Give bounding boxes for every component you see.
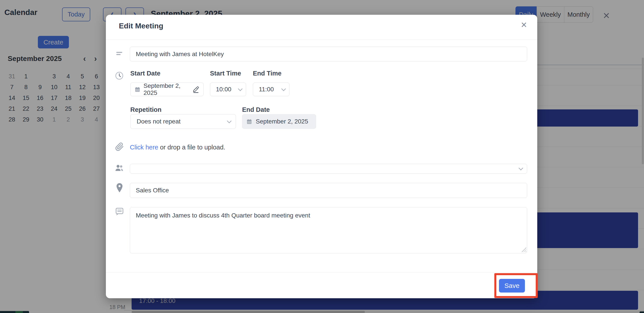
- end-time-label: End Time: [253, 70, 282, 77]
- chevron-down-icon: [281, 86, 286, 91]
- paperclip-icon: [115, 142, 124, 152]
- upload-click-here-link[interactable]: Click here: [130, 144, 158, 151]
- start-date-value: September 2, 2025: [144, 82, 189, 96]
- end-date-label: End Date: [242, 106, 270, 113]
- description-textarea[interactable]: Meeting with James to discuss 4th Quarte…: [130, 207, 527, 253]
- start-date-field[interactable]: September 2, 2025: [130, 82, 204, 96]
- event-title-input[interactable]: [130, 47, 527, 62]
- save-button[interactable]: Save: [499, 279, 525, 292]
- location-input[interactable]: [130, 183, 527, 198]
- edit-meeting-modal: Edit Meeting × Start Date Start Time End…: [106, 15, 537, 298]
- modal-header-divider: [106, 40, 537, 40]
- file-upload-text: Click here or drop a file to upload.: [130, 144, 226, 151]
- close-icon[interactable]: ×: [521, 20, 527, 30]
- clock-icon: [115, 71, 124, 80]
- end-date-field: September 2, 2025: [242, 114, 316, 129]
- modal-title: Edit Meeting: [119, 22, 163, 30]
- end-time-value: 11:00: [259, 86, 274, 93]
- start-time-value: 10:00: [216, 86, 231, 93]
- calendar-icon: [246, 119, 252, 124]
- repetition-label: Repetition: [130, 106, 162, 113]
- repetition-select[interactable]: Does not repeat: [130, 114, 236, 129]
- end-time-select[interactable]: 11:00: [253, 82, 290, 96]
- modal-footer-divider: [106, 272, 537, 272]
- chevron-down-icon: [518, 166, 523, 170]
- calendar-icon: [134, 86, 140, 92]
- edit-date-icon[interactable]: [192, 86, 200, 93]
- attendees-icon: [114, 163, 124, 173]
- start-time-label: Start Time: [210, 70, 241, 77]
- chevron-down-icon: [227, 118, 232, 123]
- title-lines-icon: [115, 49, 124, 58]
- repetition-value: Does not repeat: [137, 118, 180, 125]
- start-time-select[interactable]: 10:00: [210, 82, 246, 96]
- calendar-app: Calendar Today ‹ › September 2, 2025 Dai…: [0, 0, 644, 313]
- attendees-select[interactable]: [130, 164, 527, 174]
- start-date-label: Start Date: [130, 70, 160, 77]
- location-pin-icon: [116, 182, 124, 193]
- end-date-value: September 2, 2025: [256, 118, 308, 125]
- notes-icon: [115, 207, 124, 216]
- chevron-down-icon: [238, 86, 242, 91]
- upload-rest-text: or drop a file to upload.: [158, 144, 226, 151]
